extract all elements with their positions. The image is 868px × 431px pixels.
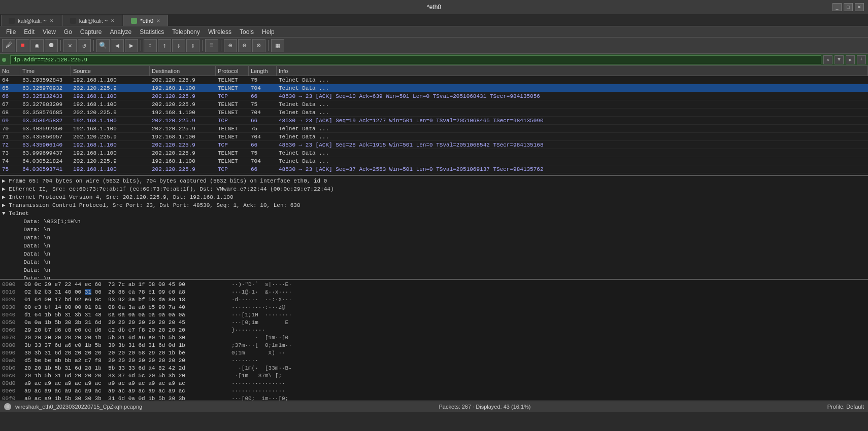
telnet-data-line[interactable]: Data: \n (2, 242, 866, 250)
telnet-data-line[interactable]: Data: \n (2, 258, 866, 266)
hex-row[interactable]: 00b020 20 1b 5b 31 6d 28 1b 5b 33 33 6d … (2, 365, 866, 372)
detail-telnet-header[interactable]: Telnet (2, 209, 866, 218)
hex-row[interactable]: 00500a 0a 1b 5b 30 3b 31 6d 20 20 20 20 … (2, 319, 866, 327)
detail-ethernet[interactable]: Ethernet II, Src: ec:60:73:7c:ab:1f (ec:… (2, 185, 866, 193)
menu-go[interactable]: Go (60, 27, 76, 37)
toolbar-back-button[interactable]: ◀ (111, 39, 124, 52)
table-row[interactable]: 68 63.358576685 202.120.225.9 192.168.1.… (0, 109, 868, 117)
telnet-data-line[interactable]: Data: \n (2, 234, 866, 242)
cell-proto: TELNET (216, 110, 249, 116)
telnet-data-line[interactable]: Data: \n (2, 250, 866, 258)
hex-row[interactable]: 00e0a9 ac a9 ac a9 ac a9 ac a9 ac a9 ac … (2, 387, 866, 395)
telnet-data-line[interactable]: Data: \n (2, 266, 866, 274)
toolbar-zoom-in-button[interactable]: ⊕ (224, 39, 237, 52)
table-row[interactable]: 70 63.403592050 192.168.1.100 202.120.22… (0, 125, 868, 133)
toolbar-open-button[interactable]: 🖉 (2, 39, 15, 52)
filter-clear-button[interactable]: ✕ (823, 55, 832, 64)
maximize-button[interactable]: □ (844, 3, 853, 11)
table-row[interactable]: 75 64.030593741 192.168.1.100 202.120.22… (0, 165, 868, 173)
cell-src: 192.168.1.100 (71, 150, 150, 156)
menu-statistics[interactable]: Statistics (136, 27, 168, 37)
table-row[interactable]: 71 63.435850957 202.120.225.9 192.168.1.… (0, 133, 868, 141)
table-row[interactable]: 67 63.327883209 192.168.1.100 202.120.22… (0, 100, 868, 109)
menu-analyze[interactable]: Analyze (106, 27, 136, 37)
detail-ip[interactable]: Internet Protocol Version 4, Src: 202.12… (2, 193, 866, 201)
filter-expand-button[interactable]: + (857, 55, 866, 64)
filter-apply-button[interactable]: ▶ (846, 55, 855, 64)
hex-row[interactable]: 007020 20 20 20 20 20 20 1b 5b 31 6d a6 … (2, 334, 866, 342)
table-row[interactable]: 73 63.999699437 192.168.1.100 202.120.22… (0, 149, 868, 157)
col-header-destination[interactable]: Destination (150, 66, 216, 76)
window-title: *eth0 (427, 4, 441, 11)
menu-help[interactable]: Help (258, 27, 279, 37)
table-row[interactable]: 76 64.057325003 192.168.1.100 202.120.22… (0, 173, 868, 175)
toolbar-swap-button[interactable]: ⇕ (186, 39, 199, 52)
toolbar-layout-button[interactable]: ▦ (271, 39, 284, 52)
cell-len: 75 (249, 77, 277, 83)
telnet-data-line[interactable]: Data: \n (2, 226, 866, 234)
tab-terminal2[interactable]: kali@kali: ~ ✕ (62, 15, 123, 26)
menu-file[interactable]: File (2, 27, 20, 37)
hex-row[interactable]: 003000 e3 bf 14 00 00 01 01 08 0a 3a a8 … (2, 304, 866, 311)
toolbar-restart-button[interactable]: ◉ (30, 39, 44, 52)
cell-no: 67 (0, 101, 20, 107)
toolbar-forward-button[interactable]: ▶ (125, 39, 138, 52)
table-row[interactable]: 66 63.325132433 192.168.1.100 202.120.22… (0, 92, 868, 100)
menu-telephony[interactable]: Telephony (168, 27, 204, 37)
col-header-time[interactable]: Time (20, 66, 71, 76)
col-header-info[interactable]: Info (277, 66, 868, 76)
hex-row[interactable]: 006029 20 b7 d6 c0 e0 cc d6 c2 db c7 f8 … (2, 327, 866, 334)
hex-row[interactable]: 001002 b2 b3 31 40 00 31 06 26 86 ca 78 … (2, 289, 866, 296)
toolbar-find-button[interactable]: 🔍 (96, 39, 110, 52)
menu-wireless[interactable]: Wireless (204, 27, 236, 37)
menu-tools[interactable]: Tools (236, 27, 258, 37)
cell-proto: TELNET (216, 101, 249, 107)
detail-frame[interactable]: Frame 65: 704 bytes on wire (5632 bits),… (2, 177, 866, 185)
toolbar-jump-button[interactable]: ↕ (144, 39, 157, 52)
col-header-protocol[interactable]: Protocol (216, 66, 249, 76)
menu-capture[interactable]: Capture (76, 27, 106, 37)
cell-dst: 202.120.225.9 (150, 101, 216, 107)
col-header-source[interactable]: Source (71, 66, 150, 76)
table-row[interactable]: 64 63.293592843 192.168.1.100 202.120.22… (0, 76, 868, 84)
table-row[interactable]: 65 63.325970932 202.120.225.9 192.168.1.… (0, 84, 868, 92)
hex-row[interactable]: 000000 0c 29 e7 22 44 ec 60 73 7c ab 1f … (2, 281, 866, 289)
menu-view[interactable]: View (39, 27, 60, 37)
toolbar-capture-options[interactable]: ⏺ (45, 39, 58, 52)
hex-row[interactable]: 00803b 33 37 6d a6 e0 1b 5b 30 3b 31 6d … (2, 342, 866, 349)
telnet-data-line[interactable]: Data: \n (2, 274, 866, 279)
hex-row[interactable]: 009030 3b 31 6d 20 20 20 20 20 20 20 58 … (2, 349, 866, 357)
toolbar-stop-button[interactable]: ■ (16, 39, 29, 52)
tab-terminal1[interactable]: kali@kali: ~ ✕ (1, 15, 61, 26)
toolbar-sep4 (202, 40, 203, 51)
table-row[interactable]: 74 64.030521824 202.120.225.9 192.168.1.… (0, 157, 868, 165)
window-controls[interactable]: _ □ ✕ (832, 3, 864, 11)
toolbar-close-button[interactable]: ✕ (63, 39, 77, 52)
cell-src: 202.120.225.9 (71, 158, 150, 164)
hex-row[interactable]: 0040d1 64 1b 5b 31 3b 31 48 0a 0a 0a 0a … (2, 311, 866, 319)
toolbar-zoom-out-button[interactable]: ⊖ (238, 39, 251, 52)
table-row[interactable]: 69 63.358645832 192.168.1.100 202.120.22… (0, 117, 868, 125)
toolbar-reload-button[interactable]: ↺ (78, 39, 91, 52)
col-header-length[interactable]: Length (249, 66, 277, 76)
table-row[interactable]: 72 63.435906140 192.168.1.100 202.120.22… (0, 141, 868, 149)
hex-row[interactable]: 00a0d5 be be ab bb a2 c7 f8 20 20 20 20 … (2, 357, 866, 365)
detail-tcp[interactable]: Transmission Control Protocol, Src Port:… (2, 201, 866, 209)
toolbar-down-button[interactable]: ⇓ (172, 39, 185, 52)
menu-edit[interactable]: Edit (20, 27, 39, 37)
hex-row[interactable]: 00f0a9 ac a9 1b 5b 30 30 3b 31 6d 0a 0d … (2, 395, 866, 401)
hex-row[interactable]: 00c020 1b 5b 31 6d 20 20 20 33 37 6d 5c … (2, 372, 866, 380)
toolbar-zoom-reset-button[interactable]: ⊗ (252, 39, 265, 52)
packet-rows: 64 63.293592843 192.168.1.100 202.120.22… (0, 76, 868, 175)
toolbar-up-button[interactable]: ⇑ (158, 39, 171, 52)
telnet-data-line[interactable]: Data: \033[1;1H\n (2, 218, 866, 226)
hex-row[interactable]: 00d0a9 ac a9 ac a9 ac a9 ac a9 ac a9 ac … (2, 380, 866, 387)
tab-wireshark[interactable]: *eth0 ✕ (123, 15, 168, 26)
minimize-button[interactable]: _ (832, 3, 842, 11)
filter-bookmark-button[interactable]: ▼ (834, 55, 844, 64)
close-button[interactable]: ✕ (855, 3, 864, 11)
hex-row[interactable]: 002001 64 00 17 bd 92 e6 0c 93 92 3a bf … (2, 296, 866, 304)
filter-input[interactable] (10, 55, 821, 64)
col-header-no[interactable]: No. (0, 66, 20, 76)
toolbar-colorize-button[interactable]: ≡ (205, 39, 218, 52)
